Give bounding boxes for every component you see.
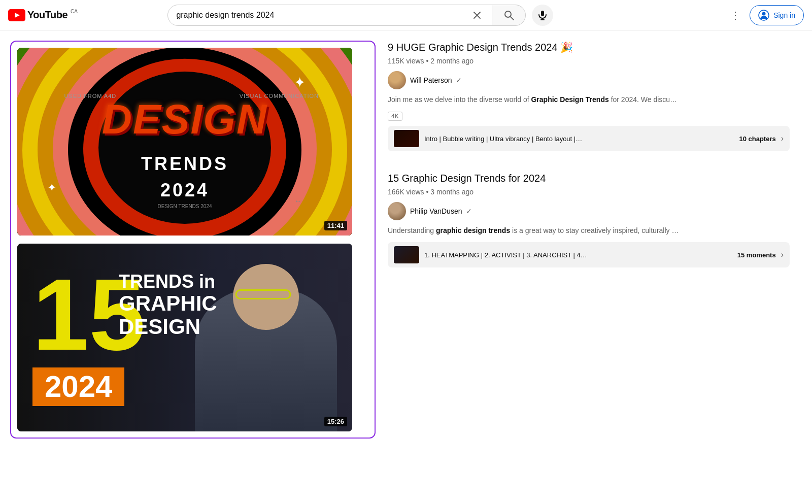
- youtube-icon: [8, 9, 25, 21]
- channel-avatar-1: [388, 71, 406, 89]
- chapters-text-2: 1. HEATMAPPING | 2. ACTIVIST | 3. ANARCH…: [424, 251, 732, 259]
- chapter-thumb-1: [394, 130, 419, 147]
- thumbnail-1[interactable]: USED FROM A4D VISUAL COMMUNICATION ✦ ✦ D…: [17, 48, 352, 236]
- chapter-thumb-2: [394, 246, 419, 263]
- main-content: USED FROM A4D VISUAL COMMUNICATION ✦ ✦ D…: [0, 30, 812, 449]
- desc-bold-1: Graphic Design Trends: [531, 95, 608, 104]
- more-options-button[interactable]: ⋮: [725, 5, 746, 25]
- thumbnail-2[interactable]: 15 TRENDS in GRAPHIC DESIGN 2024: [17, 244, 352, 431]
- channel-name-1[interactable]: Will Paterson: [410, 76, 452, 84]
- channel-row-2: Philip VanDusen ✓: [388, 202, 790, 220]
- mic-icon: [537, 10, 548, 20]
- thumb1-star1: ✦: [294, 74, 306, 91]
- chapters-text-1: Intro | Bubble writing | Ultra vibrancy …: [424, 135, 734, 143]
- search-button[interactable]: [492, 5, 526, 26]
- thumb1-trends-text: TRENDS: [141, 153, 228, 175]
- channel-name-2[interactable]: Philip VanDusen: [410, 207, 462, 215]
- video-meta-2: 166K views • 3 months ago: [388, 188, 790, 196]
- country-label: CA: [71, 9, 78, 14]
- desc-pre-2: Understanding: [388, 226, 436, 234]
- desc-bold-2: graphic design trends: [436, 226, 510, 234]
- sign-in-label: Sign in: [773, 11, 795, 19]
- svg-point-10: [762, 12, 766, 15]
- chapters-bar-1[interactable]: Intro | Bubble writing | Ultra vibrancy …: [388, 126, 790, 151]
- video-info-1: 9 HUGE Graphic Design Trends 2024 🎉 115K…: [388, 41, 790, 151]
- desc-post-2: is a great way to stay creatively inspir…: [510, 226, 679, 234]
- quality-badge-1: 4K: [388, 112, 402, 121]
- search-bar: [167, 5, 492, 26]
- youtube-logo[interactable]: YouTube CA: [8, 9, 78, 21]
- ago-2: 3 months ago: [430, 188, 473, 196]
- results-container: USED FROM A4D VISUAL COMMUNICATION ✦ ✦ D…: [10, 41, 376, 439]
- clear-button[interactable]: [470, 9, 484, 22]
- video-title-1: 9 HUGE Graphic Design Trends 2024 🎉: [388, 41, 790, 54]
- search-icon: [503, 10, 515, 21]
- verified-icon-1: ✓: [456, 76, 462, 84]
- sign-in-button[interactable]: Sign in: [750, 5, 804, 25]
- header: YouTube CA: [0, 0, 812, 30]
- thumb1-design-text: DESIGN: [102, 95, 267, 143]
- desc-post-1: for 2024. We discu…: [609, 95, 677, 104]
- mic-button[interactable]: [532, 5, 553, 26]
- chapters-count-1: 10 chapters: [739, 135, 775, 143]
- svg-rect-6: [541, 11, 544, 16]
- chevron-down-icon-1: ›: [781, 134, 784, 143]
- youtube-wordmark: YouTube: [27, 9, 67, 21]
- channel-row-1: Will Paterson ✓: [388, 71, 790, 89]
- desc-pre-1: Join me as we delve into the diverse wor…: [388, 95, 531, 104]
- chapters-count-2: 15 moments: [737, 251, 776, 259]
- account-icon: [758, 10, 769, 21]
- thumb1-2024-text: 2024: [160, 180, 209, 201]
- thumb2-trends-text: TRENDS in GRAPHIC DESIGN: [119, 272, 217, 339]
- logo-area: YouTube CA: [8, 9, 78, 21]
- thumb1-star2: ✦: [47, 181, 56, 194]
- separator-2: •: [426, 188, 430, 196]
- duration-badge-1: 11:41: [324, 221, 347, 230]
- video-item-2: 15 TRENDS in GRAPHIC DESIGN 2024: [17, 244, 368, 431]
- video-item-1: USED FROM A4D VISUAL COMMUNICATION ✦ ✦ D…: [17, 48, 368, 236]
- header-right: ⋮ Sign in: [725, 5, 804, 25]
- channel-avatar-2: [388, 202, 406, 220]
- verified-icon-2: ✓: [466, 207, 472, 215]
- views-2: 166K views: [388, 188, 424, 196]
- chapters-bar-2[interactable]: 1. HEATMAPPING | 2. ACTIVIST | 3. ANARCH…: [388, 242, 790, 267]
- thumb2-2024-box: 2024: [32, 367, 124, 406]
- ago-1: 2 months ago: [430, 57, 473, 65]
- clear-icon: [472, 11, 482, 20]
- svg-line-5: [510, 16, 514, 20]
- video-meta-1: 115K views • 2 months ago: [388, 57, 790, 65]
- search-input[interactable]: [176, 11, 470, 20]
- video-title-2: 15 Graphic Design Trends for 2024: [388, 172, 790, 185]
- views-1: 115K views: [388, 57, 424, 65]
- info-panels: 9 HUGE Graphic Design Trends 2024 🎉 115K…: [376, 41, 802, 439]
- thumb1-bottom-text: DESIGN TRENDS 2024: [157, 204, 212, 209]
- video-description-2: Understanding graphic design trends is a…: [388, 225, 790, 236]
- video-info-2: 15 Graphic Design Trends for 2024 166K v…: [388, 172, 790, 267]
- duration-badge-2: 15:26: [324, 417, 347, 426]
- search-area: [167, 5, 553, 26]
- video-description-1: Join me as we delve into the diverse wor…: [388, 94, 790, 105]
- chevron-down-icon-2: ›: [781, 250, 784, 259]
- separator-1: •: [426, 57, 430, 65]
